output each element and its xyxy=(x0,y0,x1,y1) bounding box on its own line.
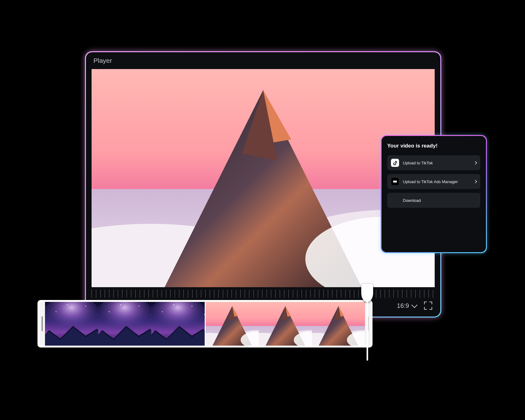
player-title: Player xyxy=(86,52,440,69)
fullscreen-button[interactable] xyxy=(424,302,432,310)
clip-thumb xyxy=(259,302,312,346)
timeline-strip[interactable] xyxy=(38,300,372,348)
aspect-ratio-value: 16:9 xyxy=(397,302,409,309)
export-panel: Your video is ready! Upload to TikTok Up… xyxy=(381,135,487,253)
export-option-label: Upload to TikTok xyxy=(403,161,470,165)
trim-handle-left[interactable] xyxy=(39,302,45,346)
chevron-down-icon xyxy=(411,302,418,308)
export-option-label: Download xyxy=(403,198,477,203)
clip-thumb xyxy=(45,302,98,346)
timeline-clip[interactable] xyxy=(206,302,365,346)
clip-thumb xyxy=(206,302,259,346)
download-icon xyxy=(391,196,399,204)
aspect-ratio-picker[interactable]: 16:9 xyxy=(397,302,416,309)
trim-handle-right[interactable] xyxy=(365,302,371,346)
chevron-right-icon xyxy=(473,161,477,164)
clip-thumb xyxy=(98,302,151,346)
tiktok-icon xyxy=(391,159,399,167)
ads-manager-icon xyxy=(391,178,399,186)
playhead-knob[interactable] xyxy=(361,284,373,302)
upload-tiktok-option[interactable]: Upload to TikTok xyxy=(387,155,480,170)
chevron-right-icon xyxy=(473,180,477,183)
upload-ads-manager-option[interactable]: Upload to TikTok Ads Manager xyxy=(387,174,480,189)
timeline-clip[interactable] xyxy=(45,302,205,346)
clip-thumb xyxy=(151,302,204,346)
player-ruler[interactable] xyxy=(92,290,435,298)
clip-thumb xyxy=(312,302,365,346)
download-option[interactable]: Download xyxy=(387,193,480,208)
export-title: Your video is ready! xyxy=(387,143,480,149)
export-option-label: Upload to TikTok Ads Manager xyxy=(403,179,470,184)
timeline-clips xyxy=(45,302,365,346)
